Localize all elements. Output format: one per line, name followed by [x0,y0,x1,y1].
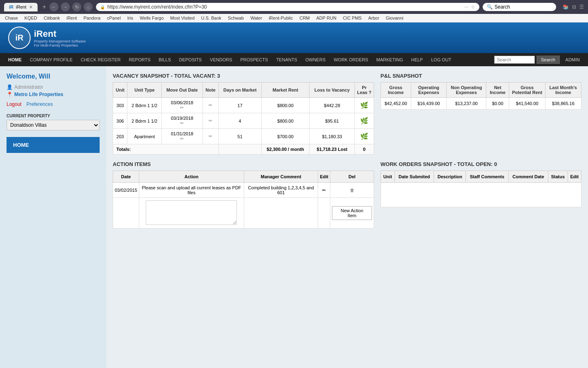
work-orders-table: Unit Date Submited Description Staff Com… [381,171,581,207]
nav-company-profile[interactable]: COMPANY PROFILE [26,53,77,66]
bookmark-kqed[interactable]: KQED [23,15,39,21]
cell-note: ✏ [203,98,218,113]
cell-days: 4 [218,113,261,129]
nav-marketing[interactable]: MARKETING [372,53,407,66]
edit-icon[interactable]: ✏ [163,121,200,126]
url-bar[interactable]: 🔒 https://www.myirent.com/rent/index.cfm… [96,3,479,11]
nav-admin[interactable]: ADMIN [561,53,584,66]
reading-list-icon[interactable]: 📚 [563,4,569,10]
bookmark-cpanel[interactable]: cPanel [105,15,122,21]
back-button[interactable]: ← [49,2,58,11]
pl-non-operating: $13,237.00 [447,98,486,110]
bookmark-pandora[interactable]: Pandora [82,15,102,21]
bookmark-mostvisited[interactable]: Most Visited [169,15,196,21]
action-new-text[interactable] [139,198,244,229]
table-row: 303 2 Bdrm 1 1/2 03/06/2018✏ ✏ 17 $800.0… [113,98,374,113]
note-edit-icon[interactable]: ✏ [205,134,217,139]
bottom-sections-row: ACTION ITEMS Date Action Manager Comment… [113,161,581,229]
bookmark-chase[interactable]: Chase [3,15,20,21]
pl-col-potential: Gross Potential Rent [509,83,545,98]
nav-logout[interactable]: LOG OUT [427,53,456,66]
user-role: 👤 Administrator [7,84,100,90]
bookmark-icon[interactable]: ☆ [471,4,475,10]
table-row-input: New Action Item [113,198,374,229]
nav-check-register[interactable]: CHECK REGISTER [77,53,125,66]
nav-help[interactable]: HELP [407,53,427,66]
bookmark-iris[interactable]: Iris [126,15,135,21]
prelease-icon[interactable]: 🌿 [360,102,368,109]
refresh-button[interactable]: ↻ [72,2,81,11]
bookmark-cicpms[interactable]: CIC PMS [341,15,363,21]
cell-days-total [218,144,261,155]
url-menu-icon[interactable]: ··· [464,4,468,10]
new-tab-icon[interactable]: + [42,3,46,11]
bookmark-citibank[interactable]: Citibank [42,15,62,21]
nav-vendors[interactable]: VENDORS [206,53,236,66]
prelease-icon[interactable]: 🌿 [360,133,368,140]
sidebar-icon[interactable]: ⊟ [572,4,576,10]
note-edit-icon[interactable]: ✏ [205,118,217,123]
bookmark-crm[interactable]: CRM [298,15,311,21]
bookmark-irent[interactable]: iRent [65,15,79,21]
bookmark-giovanni[interactable]: Giovanni [384,15,405,21]
user-property: 📍 Metro Life Properties [7,92,100,97]
property-select[interactable]: Donaldson Villas [7,120,100,130]
pl-row: $42,452.00 $16,439.00 $13,237.00 $0.00 $… [381,98,581,110]
vacancy-section: VACANCY SNAPSHOT - TOTAL VACANT: 3 Unit … [113,73,374,155]
tab-close-icon[interactable]: ✕ [29,4,33,10]
nav-search-button[interactable]: Search [537,56,560,64]
cell-unit: 303 [113,98,127,113]
action-new-textarea[interactable] [146,200,237,225]
cell-move-out: 03/06/2018✏ [162,98,203,113]
bookmark-irentpublic[interactable]: iRent-Public [267,15,294,21]
col-prelease: Pr Leas ? [355,83,374,98]
prelease-icon[interactable]: 🌿 [360,117,368,124]
edit-icon[interactable]: ✏ [163,136,200,141]
browser-tab[interactable]: iR iRent ✕ [4,3,38,11]
nav-owners[interactable]: OWNERS [301,53,330,66]
nav-bills[interactable]: BILLS [155,53,175,66]
browser-search-box[interactable]: 🔍 Search [483,3,556,11]
new-action-button[interactable]: New Action Item [332,206,372,220]
nav-work-orders[interactable]: WORK ORDERS [330,53,372,66]
nav-search-input[interactable] [494,56,535,64]
menu-icon[interactable]: ☰ [579,4,584,10]
cell-rent-total: $2,300.00 / month [261,144,309,155]
note-edit-icon[interactable]: ✏ [205,103,217,108]
action-edit-btn[interactable]: ✏ [318,183,330,198]
nav-prospects[interactable]: PROSPECTS [236,53,272,66]
edit-icon[interactable]: ✏ [322,188,326,193]
bookmark-water[interactable]: Water [249,15,264,21]
wo-col-edit: Edit [568,171,581,183]
action-del-btn[interactable]: 🗑 [330,183,374,198]
edit-icon[interactable]: ✏ [163,105,200,110]
table-row: 03/02/2015 Please scan and upload all cu… [113,183,374,198]
col-move-out: Move Out Date [162,83,203,98]
action-text: Please scan and upload all current lease… [139,183,244,198]
pl-col-gross: Gross Income [381,83,411,98]
wo-col-description: Description [434,171,466,183]
nav-reports[interactable]: REPORTS [125,53,155,66]
nav-deposits[interactable]: DEPOSITS [175,53,206,66]
bookmark-wellsfargo[interactable]: Wells Fargo [138,15,165,21]
location-icon: 📍 [7,92,13,97]
cell-market-rent: $800.00 [261,98,309,113]
browser-search-label: Search [494,4,510,10]
nav-home[interactable]: HOME [4,53,26,66]
bookmark-adprun[interactable]: ADP RUN [315,15,338,21]
bookmark-schwab[interactable]: Schwab [226,15,245,21]
pl-col-net: Net Income [486,83,509,98]
bookmark-usbank[interactable]: U.S. Bank [200,15,223,21]
bookmark-arbor[interactable]: Arbor [367,15,381,21]
cell-move-out: 01/31/2018✏ [162,129,203,144]
home-button[interactable]: ⌂ [84,2,93,11]
nav-tenants[interactable]: TENANTS [272,53,301,66]
action-new-del[interactable]: New Action Item [330,198,374,229]
action-new-edit [318,198,330,229]
preferences-link[interactable]: Preferences [27,101,53,107]
trash-icon[interactable]: 🗑 [350,188,354,193]
logout-link[interactable]: Logout [7,101,22,107]
sidebar-home-nav[interactable]: HOME [7,137,100,153]
cell-prelease: 🌿 [355,129,374,144]
forward-button[interactable]: → [61,2,70,11]
